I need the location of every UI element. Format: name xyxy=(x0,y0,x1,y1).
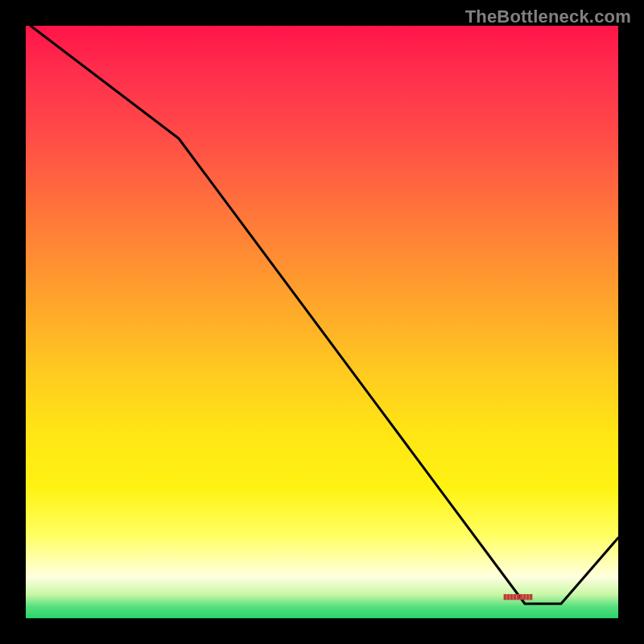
bottleneck-curve xyxy=(26,26,618,618)
strip-label: ▮▮▮▮▮▮▮▮▮ xyxy=(503,592,532,601)
watermark-text: TheBottleneck.com xyxy=(465,6,631,27)
chart-frame: TheBottleneck.com ▮▮▮▮▮▮▮▮▮ xyxy=(0,0,644,644)
plot-area: ▮▮▮▮▮▮▮▮▮ xyxy=(26,26,618,618)
